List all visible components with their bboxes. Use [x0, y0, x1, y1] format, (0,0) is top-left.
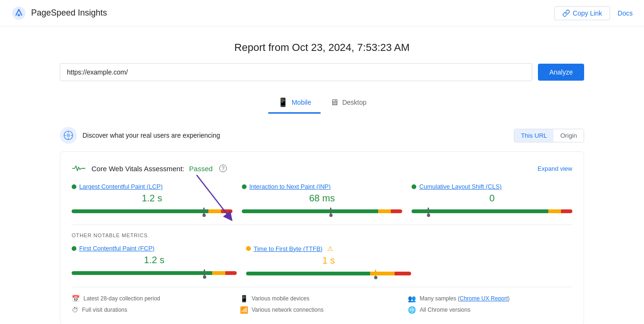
cwv-assessment-label: Core Web Vitals Assessment:: [91, 165, 184, 173]
footer-item-samples: 👥 Many samples (Chrome UX Report): [408, 295, 572, 302]
crux-section-header: Discover what your real users are experi…: [60, 127, 584, 144]
footer-samples-text: Many samples (Chrome UX Report): [420, 295, 510, 302]
metric-lcp: Largest Contentful Paint (LCP) 1.2 s: [72, 183, 232, 213]
ttfb-value: 1 s: [246, 255, 411, 266]
cwv-title: Core Web Vitals Assessment: Passed ?: [72, 163, 227, 174]
cwv-status: Passed: [189, 165, 213, 173]
cwv-info-icon[interactable]: ?: [219, 165, 227, 172]
cls-value: 0: [412, 193, 572, 204]
report-title: Report from Oct 23, 2024, 7:53:23 AM: [60, 42, 584, 54]
network-icon: 📶: [240, 306, 248, 314]
inp-value: 68 ms: [242, 193, 403, 204]
lcp-value: 1.2 s: [72, 193, 232, 204]
metric-lcp-label: Largest Contentful Paint (LCP): [72, 183, 232, 190]
lcp-link[interactable]: Largest Contentful Paint (LCP): [79, 183, 163, 190]
tab-desktop[interactable]: 🖥 Desktop: [321, 92, 376, 114]
link-icon: [562, 9, 570, 17]
chrome-ux-report-link[interactable]: Chrome UX Report: [460, 295, 508, 302]
crux-title: Discover what your real users are experi…: [83, 132, 220, 139]
metrics-separator: [72, 224, 572, 225]
calendar-icon: 📅: [72, 295, 80, 302]
metric-fcp-label: First Contentful Paint (FCP): [72, 245, 237, 252]
this-url-button[interactable]: This URL: [514, 129, 554, 142]
cls-bar: [412, 209, 572, 213]
url-input[interactable]: [60, 63, 532, 81]
footer-durations-text: Full visit durations: [82, 307, 127, 313]
svg-point-3: [66, 133, 70, 137]
device-tabs: 📱 Mobile 🖥 Desktop: [60, 92, 584, 114]
mobile-icon: 📱: [278, 97, 288, 108]
tab-mobile[interactable]: 📱 Mobile: [268, 92, 321, 114]
ttfb-warning-icon: ⚠: [327, 245, 333, 252]
inp-link[interactable]: Interaction to Next Paint (INP): [249, 183, 331, 190]
other-metrics-grid: First Contentful Paint (FCP) 1.2 s: [72, 245, 411, 275]
ttfb-dot: [246, 246, 251, 251]
origin-button[interactable]: Origin: [553, 129, 584, 142]
pagespeed-logo: [11, 6, 26, 21]
cwv-header: Core Web Vitals Assessment: Passed ? Exp…: [72, 163, 572, 174]
inp-bar: [242, 209, 403, 213]
other-metrics-label: OTHER NOTABLE METRICS: [72, 233, 572, 238]
fcp-value: 1.2 s: [72, 255, 237, 266]
lcp-bar: [72, 209, 232, 213]
cwv-metrics-grid: Largest Contentful Paint (LCP) 1.2 s: [72, 183, 572, 213]
url-bar: Analyze: [60, 63, 584, 81]
metric-inp: Interaction to Next Paint (INP) 68 ms: [242, 183, 403, 213]
svg-point-11: [85, 168, 86, 168]
metric-cls-label: Cumulative Layout Shift (CLS): [412, 183, 572, 190]
footer-chrome-text: All Chrome versions: [420, 307, 470, 313]
footer-collection-text: Latest 28-day collection period: [83, 295, 160, 302]
svg-point-0: [12, 7, 25, 20]
header-actions: Copy Link Docs: [554, 6, 633, 20]
chrome-icon: 🌐: [408, 306, 416, 314]
cwv-pulse-icon: [72, 163, 87, 174]
footer-item-durations: ⏱ Full visit durations: [72, 306, 236, 314]
lcp-dot: [72, 184, 76, 189]
results-card-wrapper: Core Web Vitals Assessment: Passed ? Exp…: [60, 151, 584, 324]
cls-dot: [412, 184, 416, 189]
fcp-dot: [72, 246, 76, 251]
results-card: Core Web Vitals Assessment: Passed ? Exp…: [60, 151, 584, 324]
docs-link[interactable]: Docs: [618, 9, 633, 17]
footer-devices-text: Various mobile devices: [252, 295, 310, 302]
fcp-bar: [72, 271, 237, 275]
analyze-button[interactable]: Analyze: [538, 64, 584, 81]
crux-icon: [60, 127, 77, 144]
metric-inp-label: Interaction to Next Paint (INP): [242, 183, 403, 190]
cls-link[interactable]: Cumulative Layout Shift (CLS): [419, 183, 502, 190]
ttfb-bar: [246, 272, 411, 275]
footer-item-chrome: 🌐 All Chrome versions: [408, 306, 572, 314]
devices-icon: 📱: [240, 295, 248, 302]
samples-icon: 👥: [408, 295, 416, 302]
footer-item-devices: 📱 Various mobile devices: [240, 295, 405, 302]
footer-item-collection: 📅 Latest 28-day collection period: [72, 295, 236, 302]
metric-ttfb-label: Time to First Byte (TTFB) ⚠: [246, 245, 411, 252]
inp-dot: [242, 184, 247, 189]
footer-network-text: Various network connections: [252, 307, 324, 313]
footer-info: 📅 Latest 28-day collection period 📱 Vari…: [72, 287, 572, 314]
metric-fcp: First Contentful Paint (FCP) 1.2 s: [72, 245, 237, 275]
timer-icon: ⏱: [72, 306, 78, 314]
copy-link-button[interactable]: Copy Link: [554, 6, 610, 20]
fcp-link[interactable]: First Contentful Paint (FCP): [79, 245, 155, 252]
logo-area: PageSpeed Insights: [11, 6, 107, 21]
main-content: Report from Oct 23, 2024, 7:53:23 AM Ana…: [49, 26, 595, 324]
metric-ttfb: Time to First Byte (TTFB) ⚠ 1 s: [246, 245, 411, 275]
app-title: PageSpeed Insights: [31, 8, 107, 18]
metric-cls: Cumulative Layout Shift (CLS) 0: [412, 183, 572, 213]
header: PageSpeed Insights Copy Link Docs: [0, 0, 644, 26]
ttfb-link[interactable]: Time to First Byte (TTFB): [254, 245, 322, 252]
url-origin-toggle: This URL Origin: [514, 129, 584, 142]
footer-item-network: 📶 Various network connections: [240, 306, 405, 314]
desktop-icon: 🖥: [330, 98, 339, 108]
crux-title-area: Discover what your real users are experi…: [60, 127, 220, 144]
svg-point-1: [18, 14, 20, 16]
expand-view-link[interactable]: Expand view: [537, 165, 572, 172]
